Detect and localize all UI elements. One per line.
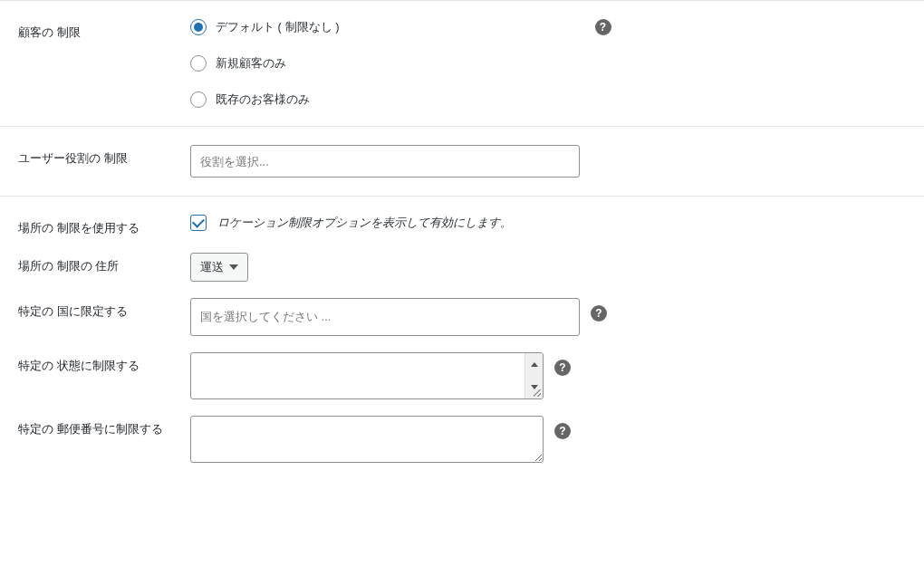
checkbox-use-location-restriction[interactable]: [190, 215, 207, 231]
select-value: 運送: [200, 259, 224, 275]
help-icon[interactable]: ?: [554, 423, 571, 439]
section-location-restrictions: 場所の 制限を使用する ロケーション制限オプションを表示して有効にします。 場所…: [0, 196, 924, 481]
radio-option-default[interactable]: デフォルト ( 制限なし ): [190, 19, 340, 35]
arrow-down-icon: [531, 385, 538, 389]
row-customer-restriction: 顧客の 制限 デフォルト ( 制限なし ) 新規顧客のみ 既存のお客様のみ ?: [18, 19, 906, 108]
label-user-role-restriction: ユーザー役割の 制限: [18, 145, 190, 167]
label-customer-restriction: 顧客の 制限: [18, 19, 190, 41]
radio-icon: [190, 55, 207, 72]
radio-group-customer-restriction: デフォルト ( 制限なし ) 新規顧客のみ 既存のお客様のみ: [190, 19, 340, 108]
label-use-location-restriction: 場所の 制限を使用する: [18, 215, 190, 236]
multiselect-placeholder: 国を選択してください ...: [200, 309, 331, 325]
label-restrict-states: 特定の 状態に制限する: [18, 352, 190, 374]
radio-icon: [190, 19, 207, 35]
user-role-select-input[interactable]: [190, 145, 580, 178]
radio-label: 既存のお客様のみ: [216, 91, 310, 108]
row-restrict-states: 特定の 状態に制限する ?: [18, 352, 906, 399]
help-icon[interactable]: ?: [554, 360, 571, 376]
label-restrict-countries: 特定の 国に限定する: [18, 298, 190, 320]
step-up-button[interactable]: [525, 353, 543, 376]
postcodes-textarea[interactable]: [190, 416, 544, 463]
radio-icon: [190, 91, 207, 108]
radio-option-existing-only[interactable]: 既存のお客様のみ: [190, 91, 340, 108]
number-stepper: [525, 353, 543, 398]
radio-option-new-only[interactable]: 新規顧客のみ: [190, 55, 340, 72]
country-multiselect-input[interactable]: 国を選択してください ...: [190, 298, 580, 336]
radio-label: デフォルト ( 制限なし ): [216, 19, 340, 35]
checkbox-label-use-location-restriction: ロケーション制限オプションを表示して有効にします。: [217, 215, 512, 231]
section-user-role-restriction: ユーザー役割の 制限: [0, 126, 924, 196]
section-customer-restriction: 顧客の 制限 デフォルト ( 制限なし ) 新規顧客のみ 既存のお客様のみ ?: [0, 0, 924, 126]
help-icon[interactable]: ?: [595, 19, 611, 35]
chevron-down-icon: [229, 264, 238, 270]
label-location-address: 場所の 制限の 住所: [18, 253, 190, 274]
label-restrict-postcodes: 特定の 郵便番号に制限する: [18, 416, 190, 437]
arrow-up-icon: [531, 362, 538, 367]
row-user-role-restriction: ユーザー役割の 制限: [18, 145, 906, 178]
row-restrict-countries: 特定の 国に限定する 国を選択してください ... ?: [18, 298, 906, 336]
step-down-button[interactable]: [525, 376, 543, 398]
row-location-address: 場所の 制限の 住所 運送: [18, 253, 906, 282]
row-use-location-restriction: 場所の 制限を使用する ロケーション制限オプションを表示して有効にします。: [18, 215, 906, 236]
help-icon[interactable]: ?: [591, 305, 607, 322]
select-location-address[interactable]: 運送: [190, 253, 248, 282]
states-input[interactable]: [190, 352, 544, 399]
radio-label: 新規顧客のみ: [216, 55, 286, 72]
row-restrict-postcodes: 特定の 郵便番号に制限する ?: [18, 416, 906, 463]
